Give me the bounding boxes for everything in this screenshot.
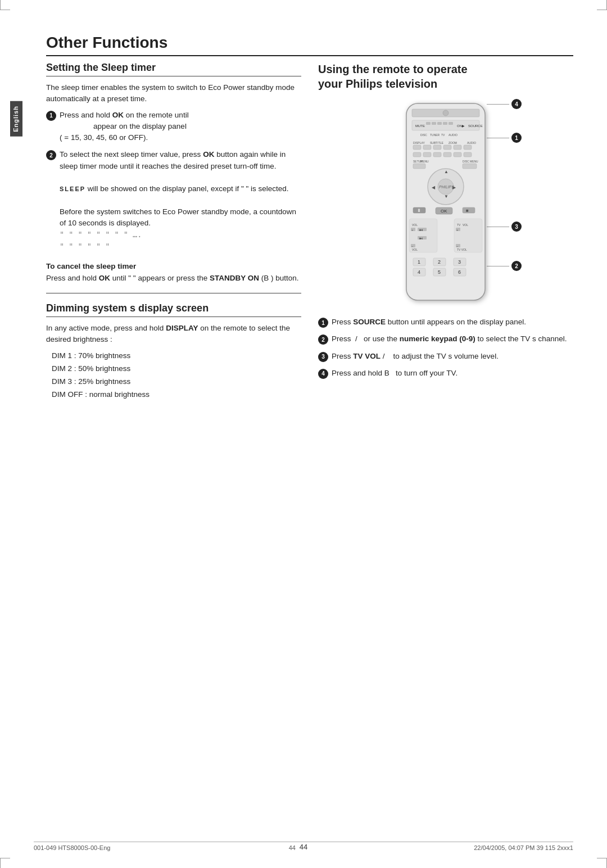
svg-text:VOL: VOL: [463, 223, 468, 227]
display-bold: DISPLAY: [166, 324, 198, 332]
svg-text:OK: OK: [441, 209, 447, 214]
left-column: Setting the Sleep timer The sleep timer …: [46, 62, 301, 401]
svg-text:DISPLAY: DISPLAY: [413, 141, 425, 144]
svg-text:MENU: MENU: [420, 160, 429, 163]
ok-bold-1: OK: [112, 111, 124, 119]
callout-2: 2: [511, 261, 522, 271]
svg-text:▼: ▼: [444, 194, 449, 199]
two-column-layout: Setting the Sleep timer The sleep timer …: [46, 62, 573, 401]
step1-line3: ( = 15, 30, 45, 60 or OFF).: [60, 133, 148, 142]
svg-rect-37: [463, 164, 477, 169]
remote-step-3: 3 Press TV VOL / to adjust the TV s volu…: [318, 351, 573, 362]
svg-text:⏮: ⏮: [419, 228, 423, 232]
svg-text:4: 4: [418, 269, 420, 275]
svg-rect-24: [454, 145, 461, 150]
svg-text:1: 1: [418, 259, 420, 265]
remote-step-3-num: 3: [318, 352, 328, 362]
remote-step-4-num: 4: [318, 369, 328, 379]
svg-rect-10: [443, 122, 447, 125]
svg-text:2: 2: [438, 259, 441, 265]
svg-text:VOL: VOL: [412, 223, 418, 227]
standby-bold: STANDBY ON: [210, 274, 259, 282]
svg-text:6: 6: [458, 269, 461, 275]
svg-rect-20: [413, 145, 421, 150]
step-2-item: 2 To select the next sleep timer value, …: [46, 149, 301, 252]
cancel-sleep-text: Press and hold OK until " " appears or p…: [46, 273, 301, 284]
remote-step-2: 2 Press / or use the numeric keypad (0-9…: [318, 333, 573, 345]
step-1-item: 1 Press and hold OK on the remote until …: [46, 110, 301, 144]
cancel-sleep-title: To cancel the sleep timer: [46, 262, 301, 270]
svg-rect-31: [464, 152, 472, 157]
section-divider: [46, 293, 301, 293]
language-tab: English: [10, 101, 22, 137]
footer-left: 001-049 HTS8000S-00-Eng: [34, 844, 110, 851]
svg-rect-27: [423, 152, 431, 157]
svg-rect-22: [433, 145, 441, 150]
svg-text:▲: ▲: [444, 169, 449, 174]
dimming-intro: In any active mode, press and hold DISPL…: [46, 323, 301, 346]
tvvol-bold: TV VOL: [353, 352, 380, 360]
step-2-number: 2: [46, 150, 56, 160]
svg-rect-29: [443, 152, 451, 157]
svg-rect-11: [449, 122, 453, 125]
svg-text:SUBTITLE: SUBTITLE: [430, 141, 444, 144]
callout-3: 3: [511, 221, 522, 232]
remote-illustration: 4 1 3 2: [318, 98, 573, 308]
remote-section-title: Using the remote to operate your Philips…: [318, 62, 573, 91]
svg-rect-7: [426, 122, 431, 125]
remote-svg: MUTE SOURCE ON▶ DISC TUNER: [389, 98, 502, 306]
right-column: Using the remote to operate your Philips…: [318, 62, 573, 401]
svg-point-2: [443, 110, 449, 116]
svg-text:TV VOL: TV VOL: [457, 248, 467, 251]
svg-text:TUNER: TUNER: [430, 133, 440, 137]
main-content: Other Functions Setting the Sleep timer …: [12, 0, 607, 435]
dim-item-4: DIM OFF : normal brightness: [52, 388, 301, 401]
remote-step-1: 1 Press SOURCE button until appears on t…: [318, 317, 573, 328]
remote-wrapper: 4 1 3 2: [389, 98, 502, 308]
svg-text:AUDIO: AUDIO: [449, 133, 457, 137]
svg-text:+: +: [411, 228, 414, 232]
svg-rect-26: [413, 152, 421, 157]
svg-text:MUTE: MUTE: [415, 124, 425, 128]
corner-br: [597, 858, 607, 868]
remote-step-2-num: 2: [318, 334, 328, 345]
svg-rect-30: [454, 152, 461, 157]
svg-text:DISC: DISC: [463, 160, 469, 163]
svg-text:5: 5: [438, 269, 441, 275]
svg-rect-25: [464, 145, 472, 150]
svg-text:◀: ◀: [432, 185, 436, 190]
dim-item-2: DIM 2 : 50% brightness: [52, 363, 301, 376]
step-2-text: To select the next sleep timer value, pr…: [60, 149, 301, 252]
svg-rect-8: [432, 122, 436, 125]
svg-text:■: ■: [466, 208, 469, 213]
dim-item-3: DIM 3 : 25% brightness: [52, 376, 301, 388]
remote-step-3-text: Press TV VOL / to adjust the TV s volume…: [332, 351, 499, 362]
source-bold: SOURCE: [353, 318, 386, 326]
footer-right: 22/04/2005, 04:07 PM 39 115 2xxx1: [474, 844, 573, 851]
dim-list: DIM 1 : 70% brightness DIM 2 : 50% brigh…: [52, 350, 301, 401]
footer: 001-049 HTS8000S-00-Eng 44 22/04/2005, 0…: [34, 842, 573, 851]
svg-rect-23: [443, 145, 451, 150]
placeholder-chars-2: " " " " " ": [60, 242, 110, 251]
step1-line2: appear on the display panel: [60, 122, 187, 130]
svg-text:3: 3: [458, 259, 461, 265]
sleep-timer-intro: The sleep timer enables the system to sw…: [46, 82, 301, 105]
svg-rect-21: [423, 145, 431, 150]
svg-text:PHILIPS: PHILIPS: [439, 185, 454, 189]
callout-1: 1: [511, 133, 522, 143]
svg-text:+: +: [456, 228, 459, 232]
ok-bold-cancel: OK: [99, 274, 110, 282]
footer-center-num: 44: [289, 844, 296, 851]
cancel-sleep-section: To cancel the sleep timer Press and hold…: [46, 262, 301, 284]
dimming-title: Dimming system s display screen: [46, 302, 301, 317]
remote-step-4: 4 Press and hold B to turn off your TV.: [318, 368, 573, 379]
sleep-label: SLEEP: [60, 186, 85, 192]
numeric-bold: numeric keypad (0-9): [400, 334, 475, 343]
svg-text:⏸: ⏸: [416, 208, 421, 213]
svg-text:TV: TV: [441, 133, 445, 137]
svg-text:SOURCE: SOURCE: [468, 124, 483, 128]
corner-bl: [0, 858, 10, 868]
page-title: Other Functions: [46, 34, 573, 56]
svg-text:ZOOM: ZOOM: [449, 141, 457, 144]
ok-bold-2: OK: [203, 150, 214, 159]
